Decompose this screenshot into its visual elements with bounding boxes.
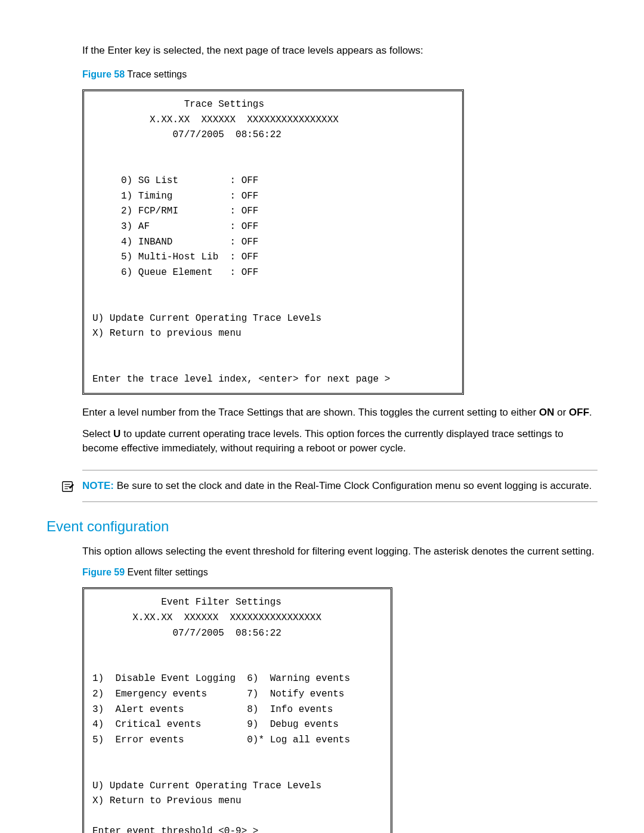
- note-text: Be sure to set the clock and date in the…: [117, 480, 592, 491]
- figure-58-label: Figure 58: [82, 69, 125, 79]
- update-paragraph: Select U to update current operating tra…: [82, 427, 597, 456]
- trace-settings-terminal: Trace Settings X.XX.XX XXXXXX XXXXXXXXXX…: [82, 89, 464, 395]
- divider-top: [82, 470, 597, 470]
- note-block: NOTE: Be sure to set the clock and date …: [82, 479, 597, 493]
- note-label: NOTE:: [82, 480, 114, 491]
- figure-59-label: Figure 59: [82, 567, 125, 577]
- divider-bottom: [82, 501, 597, 502]
- on-label: ON: [539, 407, 555, 418]
- figure-59-title: Event filter settings: [128, 567, 208, 577]
- event-configuration-heading: Event configuration: [47, 516, 597, 537]
- u-key-label: U: [113, 428, 120, 439]
- event-intro-text: This option allows selecting the event t…: [82, 544, 597, 559]
- event-filter-terminal: Event Filter Settings X.XX.XX XXXXXX XXX…: [82, 587, 392, 833]
- figure-58-title: Trace settings: [127, 69, 187, 79]
- figure-59-caption: Figure 59 Event filter settings: [82, 566, 597, 579]
- off-label: OFF: [569, 407, 589, 418]
- note-icon: [61, 480, 74, 493]
- toggle-paragraph: Enter a level number from the Trace Sett…: [82, 405, 597, 420]
- intro-text: If the Enter key is selected, the next p…: [82, 44, 597, 58]
- figure-58-caption: Figure 58 Trace settings: [82, 68, 597, 81]
